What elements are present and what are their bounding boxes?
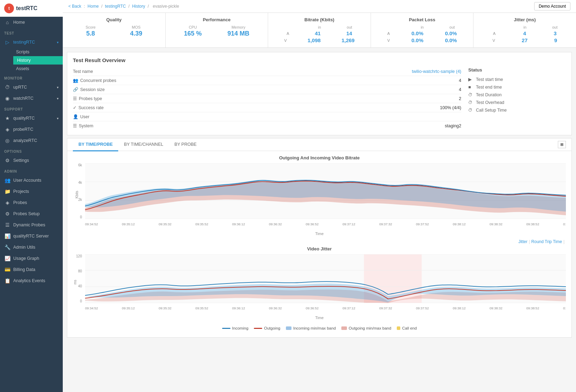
probertc-icon: ◈	[4, 127, 10, 132]
sidebar-item-usage-graph[interactable]: 📈 Usage Graph	[0, 253, 63, 264]
success-label: ✓ Success rate	[73, 105, 129, 110]
call-setup-icon: ⏱	[468, 108, 474, 113]
bitrate-header-spacer	[287, 25, 292, 29]
x-time-8: 09:37:12	[342, 222, 355, 226]
analytics-icon: 📋	[4, 278, 10, 284]
sep: /	[101, 4, 104, 9]
overhead-icon: ⏱	[468, 100, 474, 105]
sidebar-label: watchRTC	[13, 96, 33, 101]
sidebar-item-qualityrtc[interactable]: ★ qualityRTC ▾	[0, 113, 63, 124]
success-value: 100% (4/4)	[129, 105, 461, 110]
j-v-in: 27	[522, 37, 528, 43]
sidebar-item-qualityrtc-server[interactable]: 📊 qualityRTC Server	[0, 231, 63, 242]
status-call-setup: ⏱ Call Setup Time	[468, 106, 566, 114]
jx-13: 09:38:52	[526, 306, 539, 310]
sidebar-item-testingrtc[interactable]: ▷ testingRTC ▾	[0, 37, 63, 48]
info-row-user: 👤 User	[73, 112, 461, 121]
x-time-12: 09:38:32	[490, 222, 502, 226]
j-spacer	[492, 25, 498, 29]
sidebar-item-probertc[interactable]: ◈ probeRTC	[0, 124, 63, 135]
history-link[interactable]: History	[132, 4, 145, 9]
pl-in-label: in	[421, 25, 424, 29]
rtt-link[interactable]: Round Trip Time	[531, 239, 562, 244]
sidebar-item-projects[interactable]: 📁 Projects	[0, 186, 63, 197]
status-overhead: ⏱ Test Overhead	[468, 99, 566, 106]
info-row-concurrent: 👥 Concurrent probes 4	[73, 76, 461, 85]
info-row-testname: Test name twilio-watchrtc-sample (4)	[73, 67, 461, 76]
tabs-charts-container: BY TIME/PROBE BY TIME/CHANNEL BY PROBE ⊞…	[67, 138, 572, 338]
sidebar-item-billing-data[interactable]: 💳 Billing Data	[0, 264, 63, 275]
sidebar-item-settings[interactable]: ⚙ Settings	[0, 155, 63, 166]
sidebar-item-analytics-events[interactable]: 📋 Analytics Events	[0, 275, 63, 286]
home-link[interactable]: Home	[88, 4, 99, 9]
session-value: 4	[129, 87, 461, 92]
overview-right: Status ▶ Test start time ■ Test end time…	[468, 67, 566, 130]
watchrtc-icon: ◉	[4, 96, 10, 101]
jitter-link[interactable]: Jitter	[518, 239, 528, 244]
qualityrtc-icon: ★	[4, 115, 10, 121]
testname-value[interactable]: twilio-watchrtc-sample (4)	[129, 69, 461, 74]
tab-by-time-channel[interactable]: BY TIME/CHANNEL	[118, 138, 169, 151]
pl-audio-label: A	[387, 31, 390, 36]
status-start-label: Test start time	[476, 77, 503, 82]
sidebar-item-home[interactable]: ⌂ Home	[0, 17, 63, 28]
sidebar-item-probes-setup[interactable]: ⚙ Probes Setup	[0, 208, 63, 219]
testingrtc-icon: ▷	[4, 39, 10, 45]
testingrtc-link[interactable]: testingRTC	[105, 4, 126, 9]
usage-graph-icon: 📈	[4, 256, 10, 261]
status-title: Status	[468, 67, 566, 73]
back-link[interactable]: < Back	[68, 4, 81, 9]
sidebar-item-uprtc[interactable]: ⏱ upRTC ▾	[0, 82, 63, 93]
sidebar-item-watchrtc[interactable]: ◉ watchRTC ▾	[0, 93, 63, 104]
bitrate-svg	[85, 163, 566, 219]
probes-icon: ◈	[4, 200, 10, 205]
sidebar-item-history[interactable]: History	[13, 56, 63, 65]
info-row-success: ✓ Success rate 100% (4/4)	[73, 103, 461, 112]
y-6k: 6k	[78, 163, 82, 167]
sidebar-item-admin-utils[interactable]: 🔧 Admin Utils	[0, 242, 63, 253]
demo-account-button[interactable]: Demo Account	[534, 2, 570, 10]
tab-by-time-probe[interactable]: BY TIME/PROBE	[73, 138, 118, 151]
sidebar-item-analyzertc[interactable]: ◎ analyzeRTC	[0, 135, 63, 146]
quality-title: Quality	[68, 17, 160, 22]
y-4k: 4k	[78, 181, 82, 184]
sidebar-label: Dynamic Probes	[13, 223, 45, 227]
legend-call-end: Call end	[397, 326, 417, 330]
grid-layout-button[interactable]: ⊞	[558, 141, 566, 148]
call-end-icon	[397, 326, 400, 330]
sidebar-item-user-accounts[interactable]: 👥 User Accounts	[0, 175, 63, 186]
pl-a-in: 0.0%	[411, 30, 423, 36]
concurrent-value: 4	[129, 78, 461, 83]
concurrent-label: 👥 Concurrent probes	[73, 78, 129, 83]
tab-by-probe[interactable]: BY PROBE	[169, 138, 202, 151]
sidebar-item-scripts[interactable]: Scripts	[13, 48, 63, 56]
current-page: evasive-pickle	[153, 4, 179, 9]
dynamic-probes-icon: ☰	[4, 222, 10, 228]
bitrate-card: Bitrate (Kbits) in out A 41 14 V 1,098 1…	[268, 13, 371, 47]
sidebar-label: Billing Data	[13, 267, 35, 272]
sidebar-item-label: testingRTC	[13, 40, 35, 45]
cpu-value: 165 %	[184, 30, 202, 37]
score-value: 5.8	[85, 30, 96, 37]
sidebar-item-assets[interactable]: Assets	[13, 65, 63, 73]
bitrate-chart: 6k 4k 2k 0 Kbits	[73, 163, 566, 226]
settings-icon: ⚙	[4, 158, 10, 163]
bitrate-a-in: 41	[315, 30, 321, 36]
sidebar-label: qualityRTC	[13, 116, 35, 121]
performance-title: Performance	[171, 17, 263, 22]
jx-5: 09:36:12	[232, 306, 245, 310]
j-video-label: V	[493, 38, 495, 43]
jitter-title: Jitter (ms)	[479, 17, 570, 22]
bitrate-v-out: 1,269	[341, 37, 355, 43]
video-row-label: V	[284, 38, 287, 43]
jx-4: 09:35:52	[195, 306, 208, 310]
sidebar-section-support: SUPPORT	[0, 104, 63, 113]
x-time-7: 09:36:52	[306, 222, 319, 226]
system-value: staging2	[129, 123, 461, 128]
sidebar-item-probes[interactable]: ◈ Probes	[0, 197, 63, 208]
jx-11: 09:38:12	[453, 306, 466, 310]
sidebar-item-dynamic-probes[interactable]: ☰ Dynamic Probes	[0, 219, 63, 231]
probes-type-value: 2	[129, 96, 461, 101]
call-end-label: Call end	[402, 326, 417, 330]
sidebar-label: Settings	[13, 158, 29, 163]
